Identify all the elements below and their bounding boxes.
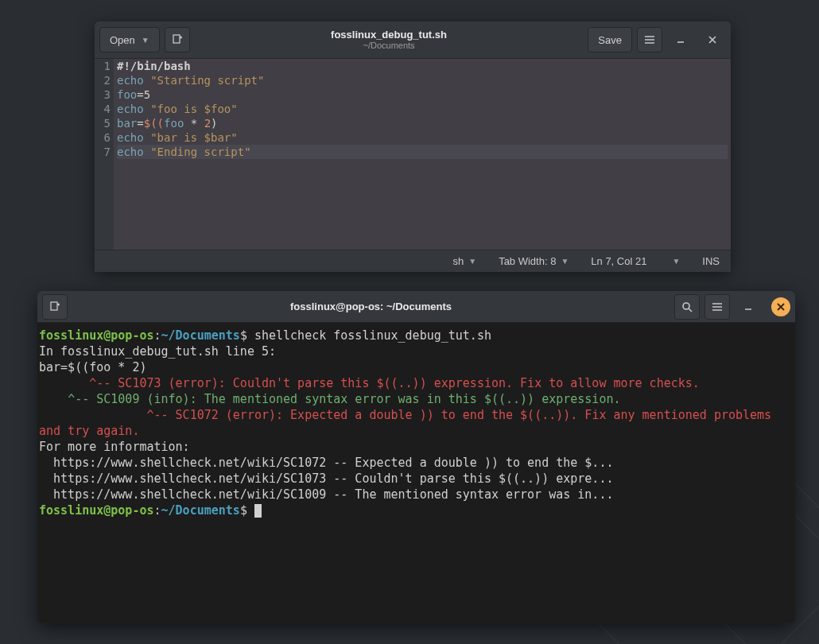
save-button[interactable]: Save	[588, 27, 632, 52]
terminal-line: https://www.shellcheck.net/wiki/SC1072 -…	[39, 455, 790, 471]
svg-rect-0	[173, 35, 180, 43]
position-label: Ln 7, Col 21	[591, 255, 646, 267]
mode-label: INS	[702, 255, 720, 267]
new-tab-icon	[49, 301, 61, 313]
terminal-title: fosslinux@pop-os: ~/Documents	[72, 301, 670, 312]
terminal-body[interactable]: fosslinux@pop-os:~/Documents$ shellcheck…	[37, 323, 795, 623]
terminal-window: fosslinux@pop-os: ~/Documents fosslinux@…	[37, 291, 795, 623]
terminal-line: bar=$((foo * 2)	[39, 359, 790, 375]
new-tab-button[interactable]	[42, 294, 68, 320]
terminal-titlebar: fosslinux@pop-os: ~/Documents	[37, 291, 795, 323]
svg-rect-1	[51, 302, 57, 310]
chevron-down-icon: ▼	[142, 36, 149, 45]
editor-statusbar: sh ▼ Tab Width: 8 ▼ Ln 7, Col 21 ▼ INS	[95, 250, 731, 272]
window-title: fosslinux_debug_tut.sh	[195, 29, 584, 41]
close-icon	[708, 35, 717, 45]
titlebar-center: fosslinux_debug_tut.sh ~/Documents	[195, 29, 584, 52]
hamburger-menu-button[interactable]	[637, 27, 662, 52]
close-button[interactable]	[771, 297, 790, 316]
code-line[interactable]: echo "Ending script"	[117, 145, 728, 159]
hamburger-menu-button[interactable]	[704, 294, 730, 320]
code-area[interactable]: #!/bin/bashecho "Starting script"foo=5ec…	[114, 59, 731, 250]
terminal-line: https://www.shellcheck.net/wiki/SC1073 -…	[39, 471, 790, 487]
hamburger-icon	[643, 33, 656, 46]
save-label: Save	[598, 34, 622, 46]
language-label: sh	[453, 255, 464, 267]
minimize-button[interactable]	[667, 27, 694, 52]
terminal-line: https://www.shellcheck.net/wiki/SC1009 -…	[39, 487, 790, 502]
minimize-icon	[676, 35, 685, 45]
terminal-line: ^-- SC1009 (info): The mentioned syntax …	[39, 391, 790, 407]
window-subtitle: ~/Documents	[195, 41, 584, 51]
code-line[interactable]: echo "Starting script"	[117, 73, 728, 87]
code-line[interactable]: foo=5	[117, 87, 728, 102]
terminal-line: fosslinux@pop-os:~/Documents$	[39, 502, 790, 518]
close-button[interactable]	[699, 27, 726, 52]
new-document-icon	[171, 33, 184, 46]
insert-mode[interactable]: INS	[702, 255, 720, 267]
chevron-down-icon: ▼	[672, 257, 680, 266]
code-line[interactable]: echo "bar is $bar"	[117, 130, 728, 145]
tab-width-selector[interactable]: Tab Width: 8 ▼	[499, 255, 569, 267]
cursor-position[interactable]: Ln 7, Col 21 ▼	[591, 255, 680, 267]
tab-width-label: Tab Width: 8	[499, 255, 556, 267]
terminal-line: ^-- SC1072 (error): Expected a double ))…	[39, 407, 790, 439]
chevron-down-icon: ▼	[561, 257, 569, 266]
editor-titlebar: Open ▼ fosslinux_debug_tut.sh ~/Document…	[95, 21, 731, 59]
hamburger-icon	[711, 301, 724, 313]
open-button[interactable]: Open ▼	[99, 27, 160, 52]
search-icon	[681, 301, 693, 313]
new-tab-button[interactable]	[165, 27, 190, 52]
svg-point-2	[683, 303, 689, 309]
chevron-down-icon: ▼	[468, 257, 476, 266]
minimize-button[interactable]	[735, 294, 762, 320]
terminal-line: In fosslinux_debug_tut.sh line 5:	[39, 343, 790, 359]
terminal-line: ^-- SC1073 (error): Couldn't parse this …	[39, 375, 790, 391]
editor-body[interactable]: 1234567 #!/bin/bashecho "Starting script…	[95, 59, 731, 250]
open-label: Open	[110, 34, 135, 46]
editor-window: Open ▼ fosslinux_debug_tut.sh ~/Document…	[95, 21, 731, 272]
close-icon	[777, 303, 785, 311]
terminal-line: fosslinux@pop-os:~/Documents$ shellcheck…	[39, 328, 790, 343]
code-line[interactable]: #!/bin/bash	[117, 59, 728, 73]
minimize-icon	[743, 302, 753, 312]
language-selector[interactable]: sh ▼	[453, 255, 477, 267]
line-number-gutter: 1234567	[95, 59, 114, 250]
terminal-line: For more information:	[39, 439, 790, 455]
search-button[interactable]	[674, 294, 700, 320]
cursor	[254, 504, 262, 518]
code-line[interactable]: echo "foo is $foo"	[117, 102, 728, 116]
code-line[interactable]: bar=$((foo * 2)	[117, 116, 728, 130]
